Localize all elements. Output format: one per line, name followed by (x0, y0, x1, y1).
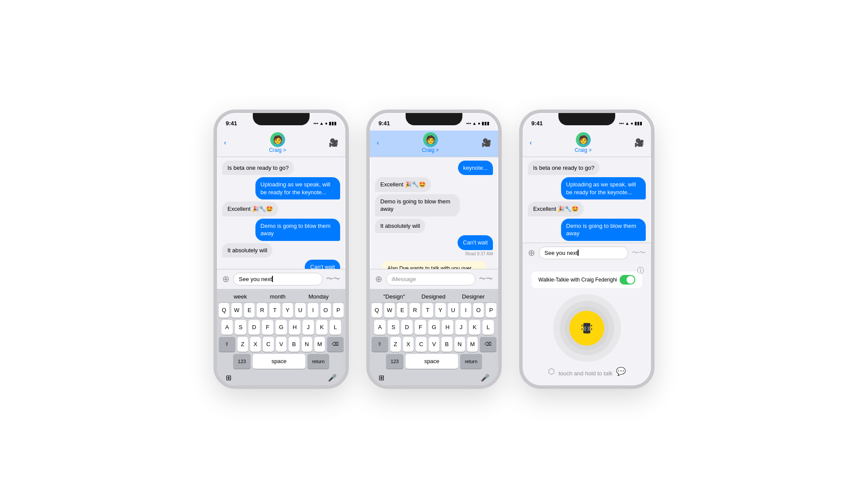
numbers-key-2[interactable]: 123 (386, 354, 403, 369)
suggestion-1[interactable]: week (234, 293, 247, 300)
key-t[interactable]: T (269, 303, 280, 318)
key-g[interactable]: G (276, 320, 287, 335)
key-a[interactable]: A (221, 320, 233, 335)
space-key[interactable]: space (253, 354, 305, 369)
suggestion-2-2[interactable]: Designed (421, 293, 445, 300)
back-button-2[interactable]: ‹ (377, 139, 379, 147)
audio-button-1[interactable]: 〜〜 (326, 275, 340, 284)
key-e[interactable]: E (244, 303, 255, 318)
key-i[interactable]: I (308, 303, 318, 318)
key-w[interactable]: W (231, 303, 242, 318)
key-v-2[interactable]: V (429, 337, 439, 352)
power-button[interactable] (348, 165, 349, 192)
key-k-2[interactable]: K (469, 320, 480, 335)
key-z-2[interactable]: Z (390, 337, 401, 352)
key-c[interactable]: C (263, 337, 273, 352)
key-n-2[interactable]: N (455, 337, 465, 352)
back-button-1[interactable]: ‹ (224, 139, 226, 147)
audio-button-3[interactable]: 〜〜 (632, 248, 646, 258)
shift-key-2[interactable]: ⇧ (372, 337, 388, 352)
apps-icon-2[interactable]: ⊞ (379, 374, 384, 382)
key-d-2[interactable]: D (401, 320, 413, 335)
key-f[interactable]: F (262, 320, 273, 335)
power-button-2[interactable] (501, 165, 502, 192)
key-o[interactable]: O (320, 303, 331, 318)
key-y-2[interactable]: Y (435, 303, 446, 318)
volume-up-button-2[interactable] (366, 157, 367, 171)
key-v[interactable]: V (276, 337, 286, 352)
key-h-2[interactable]: H (442, 320, 453, 335)
suggestion-3[interactable]: Monday (309, 293, 329, 300)
shift-key[interactable]: ⇧ (219, 337, 235, 352)
mic-icon[interactable]: 🎤 (328, 374, 337, 382)
return-key-2[interactable]: return (460, 354, 482, 369)
key-l[interactable]: L (330, 320, 341, 335)
key-a-2[interactable]: A (374, 320, 386, 335)
key-n[interactable]: N (302, 337, 312, 352)
contact-name-3[interactable]: Craig > (575, 147, 592, 153)
power-button-3[interactable] (654, 165, 654, 192)
key-x[interactable]: X (250, 337, 261, 352)
key-t-2[interactable]: T (422, 303, 433, 318)
key-f-2[interactable]: F (415, 320, 426, 335)
key-e-2[interactable]: E (397, 303, 407, 318)
mic-icon-2[interactable]: 🎤 (481, 374, 489, 382)
suggestion-2[interactable]: month (270, 293, 286, 300)
apps-icon[interactable]: ⊞ (226, 374, 231, 382)
numbers-key[interactable]: 123 (233, 354, 251, 369)
key-r-2[interactable]: R (410, 303, 420, 318)
key-u[interactable]: U (295, 303, 306, 318)
key-y[interactable]: Y (282, 303, 293, 318)
key-m-2[interactable]: M (467, 337, 478, 352)
message-input-2[interactable]: iMessage (386, 273, 475, 285)
audio-button-2[interactable]: 〜〜 (479, 275, 493, 284)
key-d[interactable]: D (248, 320, 260, 335)
suggestion-2-1[interactable]: "Design" (383, 293, 405, 300)
key-x-2[interactable]: X (403, 337, 413, 352)
key-p[interactable]: P (333, 303, 344, 318)
key-j-2[interactable]: J (455, 320, 467, 335)
key-k[interactable]: K (316, 320, 327, 335)
camera-button-2[interactable]: ⊕ (375, 274, 382, 284)
video-button-2[interactable]: 🎥 (482, 138, 491, 148)
key-l-2[interactable]: L (482, 320, 494, 335)
return-key[interactable]: return (307, 354, 329, 369)
key-z[interactable]: Z (238, 337, 248, 352)
volume-up-button[interactable] (214, 157, 214, 171)
contact-info-3[interactable]: 🧑 Craig > (575, 132, 592, 153)
key-j[interactable]: J (303, 320, 314, 335)
camera-button-1[interactable]: ⊕ (222, 274, 230, 284)
contact-info-2[interactable]: 🧑 Craig > (422, 132, 439, 153)
info-icon[interactable]: ⓘ (637, 266, 644, 275)
key-q[interactable]: Q (219, 303, 229, 318)
key-i-2[interactable]: I (461, 303, 471, 318)
walkie-talkie-toggle[interactable] (620, 275, 635, 285)
key-c-2[interactable]: C (416, 337, 426, 352)
key-s-2[interactable]: S (388, 320, 399, 335)
space-key-2[interactable]: space (406, 354, 458, 369)
key-b-2[interactable]: B (441, 337, 452, 352)
volume-down-button[interactable] (214, 176, 214, 190)
key-g-2[interactable]: G (428, 320, 440, 335)
key-q-2[interactable]: Q (372, 303, 382, 318)
volume-down-button-3[interactable] (519, 176, 520, 190)
volume-down-button-2[interactable] (366, 176, 367, 190)
video-button-1[interactable]: 🎥 (329, 138, 338, 148)
key-s[interactable]: S (235, 320, 246, 335)
key-r[interactable]: R (257, 303, 267, 318)
video-button-3[interactable]: 🎥 (634, 138, 644, 148)
key-u-2[interactable]: U (448, 303, 458, 318)
volume-up-button-3[interactable] (519, 157, 520, 171)
back-button-3[interactable]: ‹ (530, 139, 532, 147)
contact-info-1[interactable]: 🧑 Craig > (269, 132, 286, 153)
delete-key-2[interactable]: ⌫ (480, 337, 496, 352)
contact-name-1[interactable]: Craig > (269, 147, 286, 153)
message-input-1[interactable]: See you next (233, 273, 323, 285)
suggestion-2-3[interactable]: Designer (462, 293, 485, 300)
walkie-talkie-press-button[interactable]: ((·)) (569, 311, 604, 346)
key-w-2[interactable]: W (384, 303, 395, 318)
key-p-2[interactable]: P (486, 303, 496, 318)
key-o-2[interactable]: O (473, 303, 484, 318)
camera-button-3[interactable]: ⊕ (528, 247, 535, 258)
key-b[interactable]: B (289, 337, 299, 352)
